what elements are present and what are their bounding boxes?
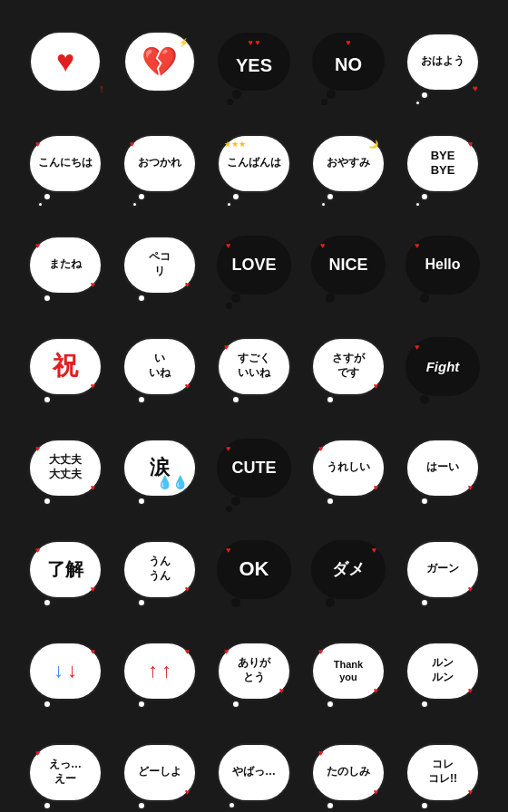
sticker-3[interactable]: ♥ ♥ YES	[209, 13, 299, 111]
sticker-16[interactable]: 祝 ♥	[20, 317, 111, 415]
sticker-30[interactable]: ガーン ♥	[397, 520, 488, 618]
sticker-4[interactable]: ♥ NO	[303, 13, 394, 111]
sticker-25[interactable]: はーい ♥	[397, 419, 488, 517]
sticker-33[interactable]: ♥ ありがとう ♥	[209, 622, 299, 720]
sticker-32[interactable]: ↑ ↑ ♥	[114, 622, 205, 720]
sticker-13[interactable]: ♥ LOVE	[209, 216, 299, 314]
sticker-27[interactable]: うんうん ♥	[114, 520, 205, 618]
sticker-1[interactable]: ♥ !	[20, 13, 111, 111]
sticker-24[interactable]: ♥ うれしい ♥	[303, 419, 394, 517]
cute-text: CUTE	[232, 459, 277, 478]
sticker-21[interactable]: ♥ 大丈夫大丈夫 ♥	[20, 419, 111, 517]
sticker-35[interactable]: ルンルン ♥	[397, 622, 488, 720]
sticker-19[interactable]: さすがです ♥	[303, 317, 394, 415]
sticker-26[interactable]: ♥ 了解 ♥	[20, 520, 111, 618]
sticker-23[interactable]: ♥ CUTE	[209, 419, 299, 517]
sticker-2[interactable]: 💔 ⚡	[114, 13, 205, 111]
sticker-22[interactable]: 涙 💧💧	[114, 419, 205, 517]
sticker-15[interactable]: ♥ Hello	[397, 216, 488, 314]
sticker-10[interactable]: ♥ BYEBYE	[397, 114, 488, 212]
sticker-38[interactable]: やばっ…	[209, 723, 299, 812]
sticker-20[interactable]: ♥ Fight	[397, 317, 488, 415]
sticker-18[interactable]: ♥ すごくいいね	[209, 317, 299, 415]
sticker-17[interactable]: いいね ♥	[114, 317, 205, 415]
sticker-39[interactable]: ♥ たのしみ ♥	[303, 723, 394, 812]
sticker-29[interactable]: ♥ ダメ	[303, 520, 394, 618]
sticker-8[interactable]: ★★★ こんばんは	[209, 114, 299, 212]
sticker-7[interactable]: ♥ おつかれ	[114, 114, 205, 212]
sticker-31[interactable]: ↓ ↓ ♥	[20, 622, 111, 720]
sticker-37[interactable]: どーしよ ♥	[114, 723, 205, 812]
sticker-34[interactable]: ♥ Thankyou ♥	[303, 622, 394, 720]
sticker-36[interactable]: ♥ えっ…えー	[20, 723, 111, 812]
sticker-9[interactable]: 🌙 おやすみ	[303, 114, 394, 212]
sticker-5[interactable]: おはよう ♥	[397, 13, 488, 111]
sticker-40[interactable]: コレコレ!! ♥	[397, 723, 488, 812]
sticker-6[interactable]: ♥ こんにちは	[20, 114, 111, 212]
sticker-grid: ♥ ! 💔 ⚡ ♥ ♥ YES ♥ NO おはよう ♥	[16, 9, 492, 812]
sticker-11[interactable]: ♥ またね ♥	[20, 216, 111, 314]
sticker-14[interactable]: ♥ NICE	[303, 216, 394, 314]
sticker-12[interactable]: ペコリ ♥	[114, 216, 205, 314]
sticker-28[interactable]: ♥ OK	[209, 520, 299, 618]
